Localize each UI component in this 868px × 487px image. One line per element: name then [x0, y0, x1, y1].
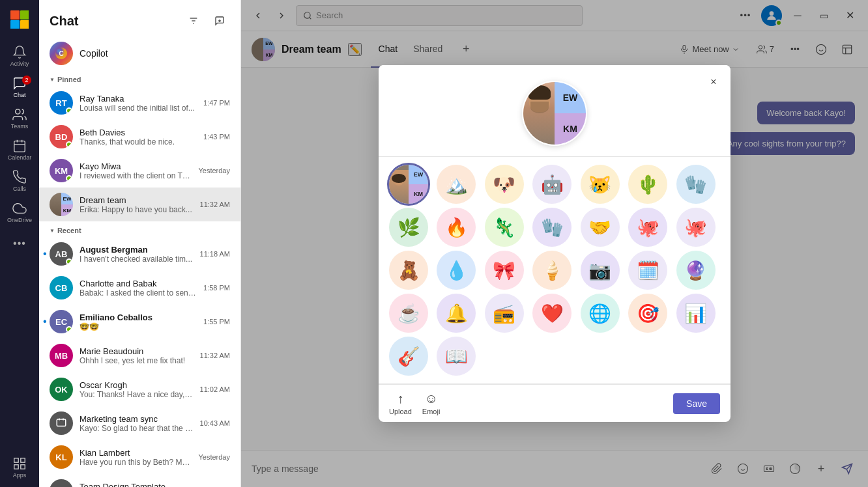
- chat-item-dreamteam[interactable]: EW KM Dream team Erika: Happy to have yo…: [39, 188, 240, 221]
- svg-rect-9: [14, 458, 18, 462]
- sticker-item-20[interactable]: 🗓️: [628, 251, 667, 290]
- sticker-item-30[interactable]: 📖: [437, 337, 476, 376]
- chat-preview-beth: Thanks, that would be nice.: [80, 137, 197, 146]
- sticker-item-17[interactable]: 🎀: [485, 251, 524, 290]
- sticker-item-7[interactable]: 🧤: [676, 165, 716, 204]
- chat-item-emiliano[interactable]: EC Emiliano Ceballos 🤓🤓 1:55 PM: [39, 305, 240, 339]
- app-logo: [5, 5, 34, 34]
- recent-label-text: Recent: [57, 227, 81, 234]
- copilot-item[interactable]: C Copilot: [39, 36, 240, 70]
- sidebar-item-activity[interactable]: Activity: [5, 42, 34, 70]
- sticker-item-18[interactable]: 🍦: [532, 251, 571, 290]
- onedrive-label: OneDrive: [7, 217, 32, 223]
- status-dot-ray: [66, 107, 72, 114]
- svg-rect-20: [57, 419, 66, 426]
- sticker-item-24[interactable]: 📻: [485, 294, 524, 333]
- sticker-item-16[interactable]: 💧: [437, 251, 476, 290]
- sticker-item-12[interactable]: 🤝: [581, 208, 620, 247]
- chat-name-ray: Ray Tanaka: [80, 94, 197, 104]
- sticker-item-11[interactable]: 🧤: [532, 208, 571, 247]
- sticker-item-6[interactable]: 🌵: [628, 165, 667, 204]
- chat-preview-august: I haven't checked available tim...: [80, 255, 194, 264]
- avatar-bottom-initial: KM: [555, 113, 586, 145]
- svg-point-4: [16, 109, 20, 114]
- sidebar-item-more[interactable]: •••: [5, 229, 34, 258]
- copilot-avatar: C: [50, 42, 73, 65]
- chat-item-beth[interactable]: BD Beth Davies Thanks, that would be nic…: [39, 120, 240, 154]
- chat-item-ray[interactable]: RT Ray Tanaka Louisa will send the initi…: [39, 86, 240, 120]
- chat-name-marketing: Marketing team sync: [80, 414, 194, 424]
- new-chat-button[interactable]: [209, 10, 230, 31]
- emoji-picker-icon: ☺: [424, 391, 437, 406]
- save-button[interactable]: Save: [673, 393, 720, 414]
- filter-button[interactable]: [183, 10, 204, 31]
- sidebar-item-calendar[interactable]: Calendar: [5, 135, 34, 164]
- chat-item-charlotte[interactable]: CB Charlotte and Babak Babak: I asked th…: [39, 271, 240, 305]
- chat-time-kayo: Yesterday: [198, 167, 230, 174]
- copilot-name: Copilot: [80, 48, 108, 59]
- recent-section-label[interactable]: ▼ Recent: [39, 221, 240, 237]
- chat-time-kian: Yesterday: [198, 453, 230, 461]
- sticker-item-21[interactable]: 🔮: [676, 251, 716, 290]
- chat-item-marketing[interactable]: Marketing team sync Kayo: So glad to hea…: [39, 406, 240, 440]
- sidebar-title: Chat: [50, 14, 78, 29]
- sticker-item-23[interactable]: 🔔: [437, 294, 476, 333]
- sticker-item-14[interactable]: 🐙: [676, 208, 716, 247]
- chat-badge: 2: [22, 76, 31, 85]
- pinned-triangle-icon: ▼: [50, 77, 55, 83]
- sticker-item-5[interactable]: 😿: [581, 165, 620, 204]
- sticker-item-29[interactable]: 🎸: [389, 337, 428, 376]
- sidebar-item-calls[interactable]: Calls: [5, 167, 34, 195]
- upload-action[interactable]: ↑ Upload: [389, 391, 412, 415]
- sticker-item-9[interactable]: 🔥: [437, 208, 476, 247]
- chat-item-kian[interactable]: KL Kian Lambert Have you run this by Bet…: [39, 440, 240, 474]
- sticker-item-27[interactable]: 🎯: [628, 294, 667, 333]
- sidebar-item-onedrive[interactable]: OneDrive: [5, 198, 34, 227]
- avatar-main-photo: [523, 82, 555, 145]
- chat-item-oscar[interactable]: OK Oscar Krogh You: Thanks! Have a nice …: [39, 372, 240, 406]
- pinned-section-label[interactable]: ▼ Pinned: [39, 70, 240, 86]
- activity-label: Activity: [10, 61, 29, 67]
- sidebar-item-chat[interactable]: Chat 2: [5, 73, 34, 102]
- sticker-item-28[interactable]: 📊: [676, 294, 716, 333]
- sticker-item-10[interactable]: 🦎: [485, 208, 524, 247]
- chat-item-august[interactable]: AB August Bergman I haven't checked avai…: [39, 237, 240, 271]
- avatar-emiliano: EC: [50, 310, 73, 333]
- emoji-action[interactable]: ☺ Emoji: [422, 391, 441, 415]
- sticker-item-13[interactable]: 🐙: [628, 208, 667, 247]
- sticker-item-1[interactable]: EW KM: [389, 165, 428, 204]
- chat-preview-kayo: I reviewed with the client on Th...: [80, 171, 192, 180]
- sticker-item-2[interactable]: 🏔️: [437, 165, 476, 204]
- sidebar-actions: [183, 10, 230, 31]
- modal-footer: ↑ Upload ☺ Emoji Save: [379, 384, 731, 422]
- sidebar-item-apps[interactable]: Apps: [5, 453, 34, 482]
- chat-info-august: August Bergman I haven't checked availab…: [80, 245, 194, 264]
- chat-preview-marketing: Kayo: So glad to hear that the r...: [80, 424, 194, 433]
- svg-rect-10: [21, 458, 25, 462]
- chat-time-dreamteam: 11:32 AM: [200, 201, 230, 208]
- avatar-teamdesign: TD: [50, 479, 73, 487]
- chat-name-charlotte: Charlotte and Babak: [80, 279, 197, 288]
- sticker-item-26[interactable]: 🌐: [581, 294, 620, 333]
- chat-time-ray: 1:47 PM: [203, 99, 230, 107]
- chat-time-august: 11:18 AM: [200, 250, 230, 258]
- chat-item-kayo[interactable]: KM Kayo Miwa I reviewed with the client …: [39, 154, 240, 188]
- sticker-item-25[interactable]: ❤️: [532, 294, 571, 333]
- sticker-item-4[interactable]: 🤖: [532, 165, 571, 204]
- more-dots-icon: •••: [13, 238, 26, 249]
- modal-overlay[interactable]: EW KM ×: [241, 0, 868, 487]
- sticker-item-15[interactable]: 🧸: [389, 251, 428, 290]
- sticker-item-8[interactable]: 🌿: [389, 208, 428, 247]
- chat-item-teamdesign[interactable]: TD Team Design Template Reta: Let's set …: [39, 474, 240, 487]
- sticker-item-22[interactable]: ☕: [389, 294, 428, 333]
- modal-close-button[interactable]: ×: [704, 73, 723, 91]
- svg-rect-5: [14, 141, 25, 152]
- avatar-marketing: [50, 411, 73, 435]
- chat-name-oscar: Oscar Krogh: [80, 380, 194, 390]
- sidebar: Chat: [39, 0, 241, 487]
- svg-rect-3: [20, 20, 29, 29]
- chat-item-marie[interactable]: MB Marie Beaudouin Ohhh I see, yes let m…: [39, 339, 240, 372]
- sticker-item-19[interactable]: 📷: [581, 251, 620, 290]
- sidebar-item-teams[interactable]: Teams: [5, 104, 34, 133]
- sticker-item-3[interactable]: 🐶: [485, 165, 524, 204]
